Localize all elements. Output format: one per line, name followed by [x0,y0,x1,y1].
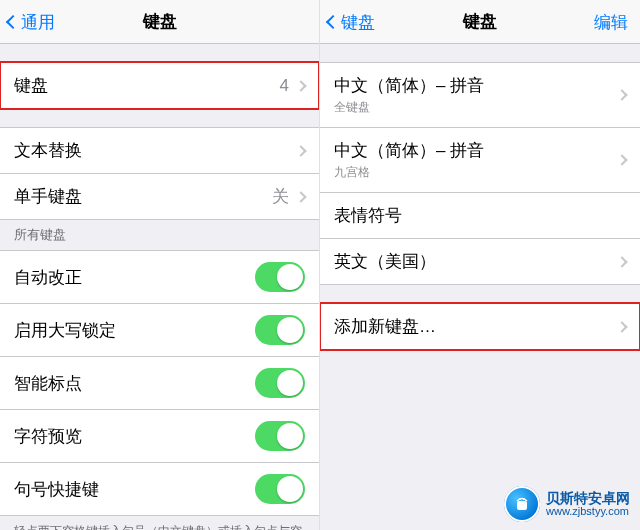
keyboard-row-english-us[interactable]: 英文（美国） [320,238,640,285]
cell-add-new-keyboard[interactable]: 添加新键盘… [320,303,640,350]
chevron-left-icon [326,15,340,29]
cell-smart-punct[interactable]: 智能标点 [0,356,319,409]
chevron-right-icon [295,80,306,91]
toggle-char-preview[interactable] [255,421,305,451]
cell-keyboards-label: 键盘 [14,74,48,97]
toggle-auto-correct[interactable] [255,262,305,292]
toggle-period-shortcut[interactable] [255,474,305,504]
cell-auto-correct[interactable]: 自动改正 [0,250,319,303]
watermark-logo-icon [504,486,540,522]
cell-one-handed-label: 单手键盘 [14,185,82,208]
cell-char-preview[interactable]: 字符预览 [0,409,319,462]
group-header-all-keyboards: 所有键盘 [0,220,319,250]
back-button-general[interactable]: 通用 [8,0,55,44]
keyboard-row-emoji[interactable]: 表情符号 [320,192,640,238]
svg-rect-0 [517,501,527,510]
back-button-keyboard[interactable]: 键盘 [328,0,375,44]
nav-title-left: 键盘 [143,10,177,33]
android-icon [512,494,532,514]
cell-keyboards[interactable]: 键盘 4 [0,62,319,109]
chevron-right-icon [616,89,627,100]
settings-keyboard-screen: 通用 键盘 键盘 4 文本替换 单手键盘 关 [0,0,320,530]
cell-text-replacement-label: 文本替换 [14,139,82,162]
cell-period-shortcut[interactable]: 句号快捷键 [0,462,319,516]
cell-text-replacement[interactable]: 文本替换 [0,127,319,173]
back-label: 通用 [21,11,55,34]
toggle-caps-lock[interactable] [255,315,305,345]
back-label: 键盘 [341,11,375,34]
watermark-title: 贝斯特安卓网 [546,491,630,506]
chevron-right-icon [616,321,627,332]
chevron-right-icon [295,191,306,202]
keyboard-row-pinyin-9key[interactable]: 中文（简体）– 拼音 九宫格 [320,127,640,192]
keyboards-list-screen: 键盘 键盘 编辑 中文（简体）– 拼音 全键盘 中文（简体）– 拼音 九宫格 [320,0,640,530]
period-shortcut-footnote: 轻点两下空格键插入句号（中文键盘）或插入句点与空格（其他键盘）。 [0,516,319,530]
cell-caps-lock[interactable]: 启用大写锁定 [0,303,319,356]
cell-one-handed[interactable]: 单手键盘 关 [0,173,319,220]
navbar-left: 通用 键盘 [0,0,319,44]
edit-button[interactable]: 编辑 [594,0,628,44]
cell-one-handed-value: 关 [272,185,289,208]
nav-title-right: 键盘 [463,10,497,33]
chevron-right-icon [616,154,627,165]
cell-keyboards-value: 4 [280,76,289,96]
toggle-smart-punct[interactable] [255,368,305,398]
chevron-right-icon [295,145,306,156]
watermark: 贝斯特安卓网 www.zjbstyy.com [500,484,634,524]
chevron-right-icon [616,256,627,267]
keyboard-row-pinyin-full[interactable]: 中文（简体）– 拼音 全键盘 [320,62,640,127]
chevron-left-icon [6,15,20,29]
watermark-site: www.zjbstyy.com [546,506,630,518]
navbar-right: 键盘 键盘 编辑 [320,0,640,44]
